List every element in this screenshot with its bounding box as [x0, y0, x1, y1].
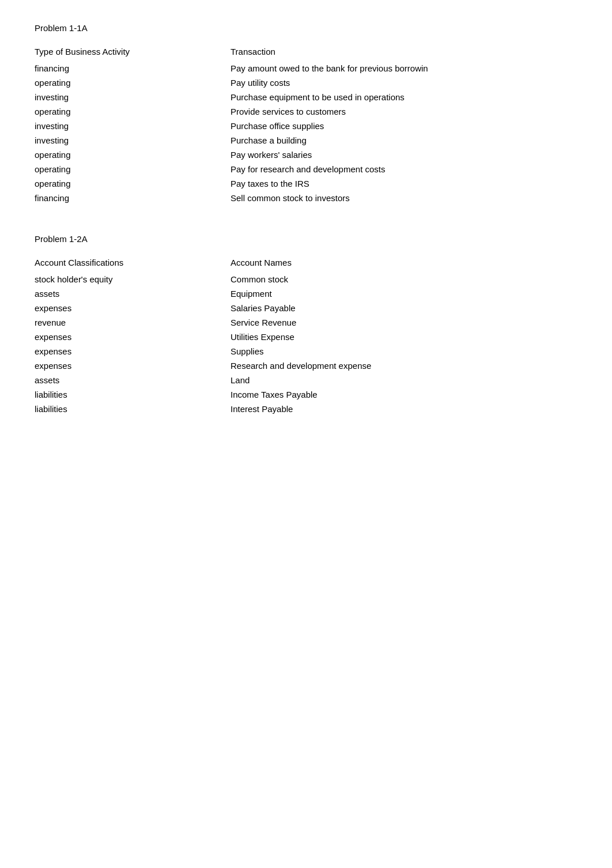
p1-row4-col1: operating: [35, 104, 231, 119]
table-row: operating Pay workers' salaries: [35, 148, 577, 162]
table-row: expenses Research and development expens…: [35, 358, 577, 373]
p2-row8-col2: Land: [231, 373, 577, 387]
p1-row5-col1: investing: [35, 119, 231, 133]
problem-1-title: Problem 1-1A: [35, 23, 577, 33]
p1-row10-col1: financing: [35, 191, 231, 205]
table-row: liabilities Interest Payable: [35, 402, 577, 416]
table-row: investing Purchase equipment to be used …: [35, 90, 577, 104]
p2-row1-col1: stock holder's equity: [35, 272, 231, 286]
problem-2-col1-header: Account Classifications: [35, 255, 231, 272]
problem-2-table: Account Classifications Account Names st…: [35, 255, 577, 416]
p2-row10-col1: liabilities: [35, 402, 231, 416]
problem-1-col2-header: Transaction: [231, 44, 577, 61]
p2-row2-col2: Equipment: [231, 286, 577, 301]
table-row: investing Purchase a building: [35, 133, 577, 148]
p2-row7-col1: expenses: [35, 358, 231, 373]
p2-row6-col1: expenses: [35, 344, 231, 358]
p1-row3-col1: investing: [35, 90, 231, 104]
p2-row8-col1: assets: [35, 373, 231, 387]
p2-row7-col2: Research and development expense: [231, 358, 577, 373]
p2-row2-col1: assets: [35, 286, 231, 301]
p1-row7-col1: operating: [35, 148, 231, 162]
p2-row3-col2: Salaries Payable: [231, 301, 577, 315]
table-row: assets Land: [35, 373, 577, 387]
p2-row5-col2: Utilities Expense: [231, 330, 577, 344]
problem-1-table: Type of Business Activity Transaction fi…: [35, 44, 577, 205]
p1-row7-col2: Pay workers' salaries: [231, 148, 577, 162]
p1-row10-col2: Sell common stock to investors: [231, 191, 577, 205]
table-row: financing Pay amount owed to the bank fo…: [35, 61, 577, 76]
p1-row9-col1: operating: [35, 176, 231, 191]
p1-row8-col1: operating: [35, 162, 231, 176]
p2-row5-col1: expenses: [35, 330, 231, 344]
p2-row6-col2: Supplies: [231, 344, 577, 358]
p1-row3-col2: Purchase equipment to be used in operati…: [231, 90, 577, 104]
table-row: revenue Service Revenue: [35, 315, 577, 330]
p1-row1-col1: financing: [35, 61, 231, 76]
table-row: operating Pay utility costs: [35, 76, 577, 90]
p2-row1-col2: Common stock: [231, 272, 577, 286]
table-row: operating Pay for research and developme…: [35, 162, 577, 176]
p2-row3-col1: expenses: [35, 301, 231, 315]
table-row: operating Provide services to customers: [35, 104, 577, 119]
table-row: expenses Supplies: [35, 344, 577, 358]
p1-row9-col2: Pay taxes to the IRS: [231, 176, 577, 191]
table-row: investing Purchase office supplies: [35, 119, 577, 133]
p1-row8-col2: Pay for research and development costs: [231, 162, 577, 176]
p2-row4-col2: Service Revenue: [231, 315, 577, 330]
problem-1-header-row: Type of Business Activity Transaction: [35, 44, 577, 61]
problem-2-section: Problem 1-2A Account Classifications Acc…: [35, 234, 577, 416]
p1-row2-col2: Pay utility costs: [231, 76, 577, 90]
p1-row1-col2: Pay amount owed to the bank for previous…: [231, 61, 577, 76]
p1-row2-col1: operating: [35, 76, 231, 90]
table-row: liabilities Income Taxes Payable: [35, 387, 577, 402]
problem-2-col2-header: Account Names: [231, 255, 577, 272]
p2-row9-col1: liabilities: [35, 387, 231, 402]
p1-row6-col1: investing: [35, 133, 231, 148]
p1-row6-col2: Purchase a building: [231, 133, 577, 148]
problem-1-section: Problem 1-1A Type of Business Activity T…: [35, 23, 577, 205]
p2-row9-col2: Income Taxes Payable: [231, 387, 577, 402]
table-row: operating Pay taxes to the IRS: [35, 176, 577, 191]
table-row: expenses Utilities Expense: [35, 330, 577, 344]
p2-row10-col2: Interest Payable: [231, 402, 577, 416]
table-row: assets Equipment: [35, 286, 577, 301]
table-row: expenses Salaries Payable: [35, 301, 577, 315]
p2-row4-col1: revenue: [35, 315, 231, 330]
problem-1-col1-header: Type of Business Activity: [35, 44, 231, 61]
problem-2-title: Problem 1-2A: [35, 234, 577, 244]
p1-row4-col2: Provide services to customers: [231, 104, 577, 119]
p1-row5-col2: Purchase office supplies: [231, 119, 577, 133]
problem-2-header-row: Account Classifications Account Names: [35, 255, 577, 272]
table-row: stock holder's equity Common stock: [35, 272, 577, 286]
table-row: financing Sell common stock to investors: [35, 191, 577, 205]
